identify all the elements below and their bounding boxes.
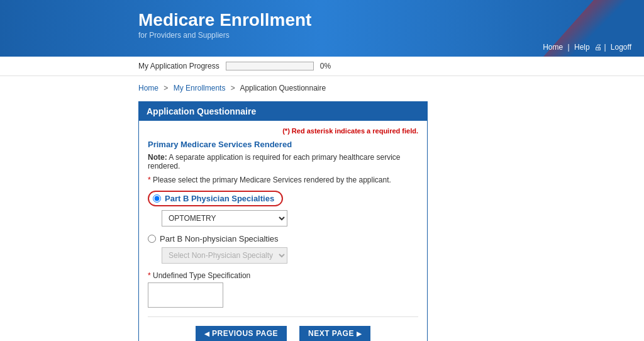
prev-arrow-icon: ◀: [204, 330, 210, 337]
physician-select-container: OPTOMETRY INTERNAL MEDICINE GENERAL PRAC…: [162, 210, 418, 226]
physician-specialty-select[interactable]: OPTOMETRY INTERNAL MEDICINE GENERAL PRAC…: [162, 210, 287, 226]
site-title: Medicare Enrollment: [138, 9, 631, 31]
nonphysician-select-container: Select Non-Physician Specialty AUDIOLOGI…: [162, 247, 418, 264]
breadcrumb-enrollments[interactable]: My Enrollments: [174, 84, 226, 92]
home-link[interactable]: Home: [543, 43, 563, 52]
undefined-section: * Undefined Type Specification: [148, 271, 418, 308]
undefined-input[interactable]: [148, 282, 223, 308]
progress-label: My Application Progress: [138, 62, 219, 70]
undefined-label: * Undefined Type Specification: [148, 271, 418, 280]
nav-buttons: ◀ PREVIOUS PAGE NEXT PAGE ▶: [148, 316, 418, 341]
section-title: Primary Medicare Services Rendered: [148, 140, 418, 149]
help-link[interactable]: Help: [574, 43, 590, 52]
instruction-text: * Please select the primary Medicare Ser…: [148, 176, 418, 184]
questionnaire-box: Application Questionnaire (*) Red asteri…: [138, 101, 428, 341]
site-subtitle: for Providers and Suppliers: [138, 31, 631, 40]
part-b-nonphysician-label[interactable]: Part B Non-physician Specialties: [160, 234, 279, 243]
part-b-nonphysician-option: Part B Non-physician Specialties: [148, 234, 418, 243]
header-nav: Home | Help 🖨 | Logoff: [543, 43, 631, 52]
breadcrumb-current: Application Questionnaire: [240, 84, 326, 92]
breadcrumb-home[interactable]: Home: [138, 84, 158, 92]
part-b-physician-option: Part B Physician Specialties: [148, 191, 418, 206]
part-b-physician-radio[interactable]: [153, 194, 161, 203]
part-b-physician-label[interactable]: Part B Physician Specialties: [165, 194, 274, 203]
progress-row: My Application Progress 0%: [0, 57, 644, 76]
highlight-circle: Part B Physician Specialties: [148, 191, 283, 206]
progress-percent: 0%: [320, 62, 331, 70]
header-banner: Medicare Enrollment for Providers and Su…: [0, 0, 644, 57]
progress-bar-container: [226, 62, 314, 70]
logoff-link[interactable]: Logoff: [611, 43, 631, 52]
nonphysician-specialty-select[interactable]: Select Non-Physician Specialty AUDIOLOGI…: [162, 247, 287, 264]
questionnaire-header: Application Questionnaire: [139, 102, 427, 121]
previous-page-button[interactable]: ◀ PREVIOUS PAGE: [196, 326, 287, 341]
required-note: (*) Red asterisk indicates a required fi…: [148, 127, 418, 135]
main-content: Home > My Enrollments > Application Ques…: [0, 76, 553, 341]
questionnaire-body: (*) Red asterisk indicates a required fi…: [139, 121, 427, 341]
note-text: Note: A separate application is required…: [148, 153, 418, 170]
part-b-nonphysician-radio[interactable]: [148, 235, 156, 243]
next-page-button[interactable]: NEXT PAGE ▶: [299, 326, 370, 341]
next-arrow-icon: ▶: [357, 330, 362, 337]
breadcrumb: Home > My Enrollments > Application Ques…: [138, 84, 541, 92]
